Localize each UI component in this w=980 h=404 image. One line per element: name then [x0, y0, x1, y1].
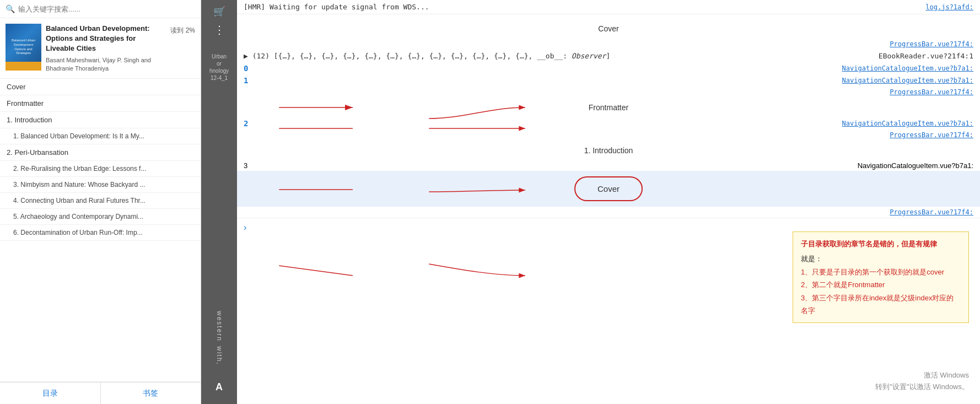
book-cover-text: Balanced UrbanDevelopmentOptions andStra…: [10, 37, 36, 57]
right-panel: [HMR] Waiting for update signal from WDS…: [237, 0, 980, 404]
toc-item-introduction[interactable]: 1. Introduction: [0, 112, 201, 128]
book-cover: Balanced UrbanDevelopmentOptions andStra…: [6, 24, 41, 71]
left-panel: 🔍 Balanced UrbanDevelopmentOptions andSt…: [0, 0, 201, 404]
book-title: Balanced Urban Development: Options and …: [46, 24, 166, 54]
navcatalogue-file-1[interactable]: NavigationCatalogueItem.vue?b7a1:: [842, 77, 973, 84]
book-authors: Basant Maheshwari, Vijay P. Singh and Bh…: [46, 56, 166, 73]
cart-icon[interactable]: 🛒: [213, 6, 225, 18]
progressbar-line-2: ProgressBar.vue?17f4:: [237, 87, 980, 98]
win-activate-label: 激活 Windows: [875, 370, 969, 381]
index-3-label: 3: [244, 161, 247, 170]
tab-toc[interactable]: 目录: [0, 383, 101, 404]
highlighted-cover-row: Cover: [237, 171, 980, 207]
index-0-line: 0 NavigationCatalogueItem.vue?b7a1:: [237, 62, 980, 74]
toc-item-decontamination[interactable]: 6. Decontamination of Urban Run-Off: Imp…: [0, 225, 201, 241]
index-3-row: 3 NavigationCatalogueItem.vue?b7a1:: [237, 160, 980, 171]
section-cover: Cover: [237, 19, 980, 39]
font-size-label[interactable]: A: [216, 381, 223, 393]
book-details: Balanced Urban Development: Options and …: [46, 24, 166, 73]
tab-toc-label: 目录: [42, 389, 58, 398]
array-line: ▶ (12) [{…}, {…}, {…}, {…}, {…}, {…}, {……: [237, 50, 980, 62]
win-activate: 激活 Windows 转到"设置"以激活 Windows。: [875, 370, 969, 393]
bottom-tabs: 目录 书签: [0, 382, 201, 404]
navcatalogue-file-3[interactable]: NavigationCatalogueItem.vue?b7a1:: [858, 161, 973, 170]
toc-item-connecting[interactable]: 4. Connecting Urban and Rural Futures Th…: [0, 193, 201, 209]
book-progress: 读到 2%: [170, 24, 195, 35]
progressbar-file-1[interactable]: ProgressBar.vue?17f4:: [890, 40, 973, 48]
navcatalogue-file-0[interactable]: NavigationCatalogueItem.vue?b7a1:: [842, 64, 973, 72]
highlighted-cover-label: Cover: [574, 176, 643, 201]
next-arrow[interactable]: ›: [237, 218, 980, 237]
mid-western-text: western: [216, 311, 223, 342]
progressbar-file-3[interactable]: ProgressBar.vue?17f4:: [890, 131, 973, 139]
toc-item-reruralising[interactable]: 2. Re-Ruralising the Urban Edge: Lessons…: [0, 161, 201, 177]
win-activate-sub: 转到"设置"以激活 Windows。: [875, 381, 969, 393]
toc-item-archaeology[interactable]: 5. Archaeology and Contemporary Dynami..…: [0, 209, 201, 225]
hmr-line: [HMR] Waiting for update signal from WDS…: [237, 0, 980, 14]
section-frontmatter: Frontmatter: [237, 98, 980, 117]
devtools-content: Cover ProgressBar.vue?17f4: ▶ (12) [{…},…: [237, 14, 980, 404]
progressbar-line-3: ProgressBar.vue?17f4:: [237, 130, 980, 141]
progressbar-line-4: ProgressBar.vue?17f4:: [237, 207, 980, 218]
navcatalogue-file-2[interactable]: NavigationCatalogueItem.vue?b7a1:: [842, 120, 973, 127]
progressbar-file-2[interactable]: ProgressBar.vue?17f4:: [890, 88, 973, 96]
book-info: Balanced UrbanDevelopmentOptions andStra…: [0, 18, 201, 79]
index-1-label: 1: [244, 76, 248, 85]
mid-with-text: with,: [216, 346, 223, 365]
index-0-label: 0: [244, 64, 248, 73]
toc-item-nimbyism[interactable]: 3. Nimbyism and Nature: Whose Backyard .…: [0, 177, 201, 193]
search-bar: 🔍: [0, 0, 201, 18]
toc-item-peri[interactable]: 2. Peri-Urbansation: [0, 144, 201, 161]
middle-panel: 🛒 ⋮ Urban or hnology 12-4_1 western with…: [201, 0, 237, 404]
toc-item-cover[interactable]: Cover: [0, 79, 201, 95]
progressbar-line-1: ProgressBar.vue?17f4:: [237, 39, 980, 50]
book-snippet: Urban or hnology 12-4_1: [209, 53, 229, 82]
section-introduction: 1. Introduction: [237, 141, 980, 160]
hmr-message: [HMR] Waiting for update signal from WDS…: [244, 3, 429, 11]
index-2-line: 2 NavigationCatalogueItem.vue?b7a1:: [237, 117, 980, 130]
tab-bookmark-label: 书签: [143, 389, 158, 398]
index-1-line: 1 NavigationCatalogueItem.vue?b7a1:: [237, 74, 980, 87]
search-icon: 🔍: [6, 4, 15, 13]
progressbar-file-4[interactable]: ProgressBar.vue?17f4:: [890, 208, 973, 216]
search-input[interactable]: [18, 5, 195, 13]
menu-icon[interactable]: ⋮: [214, 23, 225, 36]
toc-item-balanced[interactable]: 1. Balanced Urban Development: Is It a M…: [0, 128, 201, 144]
array-text: ▶ (12) [{…}, {…}, {…}, {…}, {…}, {…}, {……: [244, 52, 610, 60]
hmr-file[interactable]: log.js?1afd:: [925, 3, 973, 11]
toc-item-frontmatter[interactable]: Frontmatter: [0, 95, 201, 112]
tab-bookmark[interactable]: 书签: [101, 383, 201, 404]
ebookreader-file[interactable]: EBookReader.vue?21f4:1: [879, 52, 973, 60]
book-cover-stripe: [6, 62, 41, 71]
index-2-label: 2: [244, 119, 248, 128]
toc-container: Cover Frontmatter 1. Introduction 1. Bal…: [0, 79, 201, 382]
